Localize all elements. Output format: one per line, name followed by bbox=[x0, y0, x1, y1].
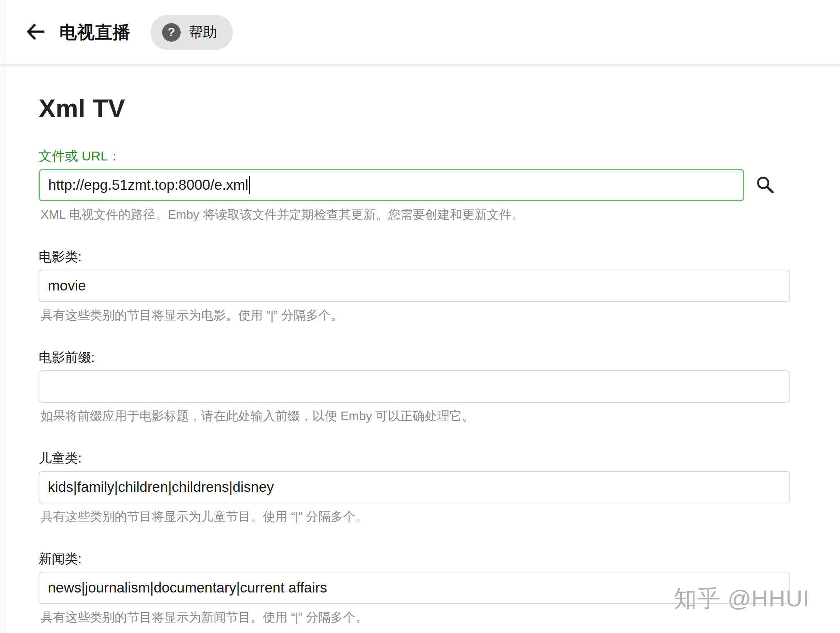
field-xmltv-path: 文件或 URL： http://epg.51zmt.top:8000/e.xml… bbox=[39, 148, 840, 222]
kids-genres-input[interactable] bbox=[39, 471, 790, 503]
field-label-movie-prefix: 电影前缀: bbox=[39, 349, 840, 365]
field-label-news-genres: 新闻类: bbox=[39, 551, 840, 566]
browse-button[interactable] bbox=[753, 173, 777, 197]
question-mark-icon: ? bbox=[162, 23, 181, 42]
form-heading: Xml TV bbox=[39, 96, 840, 121]
top-navigation-bar: 电视直播 ? 帮助 bbox=[0, 0, 840, 66]
field-label-kids-genres: 儿童类: bbox=[39, 450, 840, 466]
watermark: 知乎 @HHUI bbox=[674, 583, 810, 614]
help-button[interactable]: ? 帮助 bbox=[151, 15, 233, 50]
back-button[interactable] bbox=[25, 21, 47, 44]
field-help-movie-genres: 具有这些类别的节目将显示为电影。使用 “|” 分隔多个。 bbox=[39, 308, 840, 322]
page-left-border bbox=[3, 0, 3, 633]
xmltv-path-input[interactable]: http://epg.51zmt.top:8000/e.xml bbox=[39, 169, 744, 201]
field-movie-prefix: 电影前缀: 如果将前缀应用于电影标题，请在此处输入前缀，以便 Emby 可以正确… bbox=[39, 349, 840, 423]
field-help-movie-prefix: 如果将前缀应用于电影标题，请在此处输入前缀，以便 Emby 可以正确处理它。 bbox=[39, 408, 840, 423]
arrow-left-icon bbox=[26, 22, 46, 43]
field-kids-genres: 儿童类: 具有这些类别的节目将显示为儿童节目。使用 “|” 分隔多个。 bbox=[39, 450, 840, 524]
field-movie-genres: 电影类: 具有这些类别的节目将显示为电影。使用 “|” 分隔多个。 bbox=[39, 249, 840, 322]
text-cursor bbox=[249, 176, 250, 194]
field-help-xmltv-path: XML 电视文件的路径。Emby 将读取该文件并定期检查其更新。您需要创建和更新… bbox=[39, 207, 840, 222]
search-icon bbox=[754, 174, 776, 197]
movie-genres-input[interactable] bbox=[39, 270, 790, 302]
field-help-kids-genres: 具有这些类别的节目将显示为儿童节目。使用 “|” 分隔多个。 bbox=[39, 509, 840, 524]
settings-form: Xml TV 文件或 URL： http://epg.51zmt.top:800… bbox=[0, 66, 840, 625]
xmltv-path-value: http://epg.51zmt.top:8000/e.xml bbox=[48, 177, 248, 193]
field-label-xmltv-path: 文件或 URL： bbox=[39, 148, 840, 164]
help-button-label: 帮助 bbox=[189, 23, 217, 42]
field-label-movie-genres: 电影类: bbox=[39, 249, 840, 264]
page-title: 电视直播 bbox=[59, 21, 130, 44]
movie-prefix-input[interactable] bbox=[39, 370, 790, 403]
